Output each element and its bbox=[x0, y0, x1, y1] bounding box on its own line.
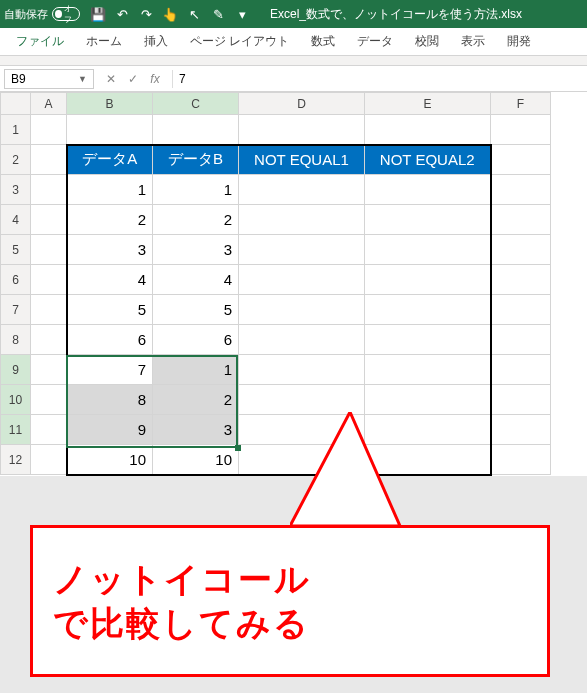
cell[interactable] bbox=[491, 295, 551, 325]
cell[interactable] bbox=[31, 145, 67, 175]
cell[interactable]: 10 bbox=[67, 445, 153, 475]
cell[interactable] bbox=[239, 265, 365, 295]
tab-formulas[interactable]: 数式 bbox=[303, 29, 343, 54]
undo-icon[interactable]: ↶ bbox=[114, 6, 130, 22]
header-not-equal-2[interactable]: NOT EQUAL2 bbox=[365, 145, 491, 175]
cell[interactable]: 6 bbox=[153, 325, 239, 355]
tab-view[interactable]: 表示 bbox=[453, 29, 493, 54]
cell[interactable]: 1 bbox=[67, 175, 153, 205]
cell[interactable] bbox=[239, 385, 365, 415]
formula-bar[interactable]: 7 bbox=[172, 70, 587, 88]
cell[interactable] bbox=[239, 175, 365, 205]
cell[interactable] bbox=[31, 415, 67, 445]
cell[interactable] bbox=[491, 205, 551, 235]
row-header[interactable]: 12 bbox=[1, 445, 31, 475]
cell[interactable] bbox=[365, 385, 491, 415]
cell-active[interactable]: 7 bbox=[67, 355, 153, 385]
cell[interactable] bbox=[31, 325, 67, 355]
row-header[interactable]: 8 bbox=[1, 325, 31, 355]
cell[interactable] bbox=[491, 175, 551, 205]
fx-icon[interactable]: fx bbox=[146, 72, 164, 86]
tab-home[interactable]: ホーム bbox=[78, 29, 130, 54]
cell[interactable] bbox=[491, 325, 551, 355]
cell[interactable] bbox=[31, 385, 67, 415]
cell[interactable]: 5 bbox=[67, 295, 153, 325]
cell[interactable] bbox=[491, 355, 551, 385]
touch-mode-icon[interactable]: 👆 bbox=[162, 6, 178, 22]
confirm-icon[interactable]: ✓ bbox=[124, 72, 142, 86]
cell[interactable]: 3 bbox=[67, 235, 153, 265]
row-header[interactable]: 11 bbox=[1, 415, 31, 445]
cell[interactable] bbox=[491, 265, 551, 295]
cell[interactable] bbox=[365, 205, 491, 235]
cell[interactable] bbox=[491, 445, 551, 475]
cursor-icon[interactable]: ↖ bbox=[186, 6, 202, 22]
cell[interactable] bbox=[491, 415, 551, 445]
cell[interactable] bbox=[239, 355, 365, 385]
cell[interactable] bbox=[31, 235, 67, 265]
cell[interactable] bbox=[239, 235, 365, 265]
col-header-E[interactable]: E bbox=[365, 93, 491, 115]
cell[interactable]: 2 bbox=[153, 385, 239, 415]
tab-page-layout[interactable]: ページ レイアウト bbox=[182, 29, 297, 54]
row-header[interactable]: 4 bbox=[1, 205, 31, 235]
cell[interactable] bbox=[365, 295, 491, 325]
col-header-D[interactable]: D bbox=[239, 93, 365, 115]
cell[interactable] bbox=[365, 235, 491, 265]
row-header[interactable]: 6 bbox=[1, 265, 31, 295]
cell[interactable]: 2 bbox=[153, 205, 239, 235]
col-header-B[interactable]: B bbox=[67, 93, 153, 115]
header-data-a[interactable]: データA bbox=[67, 145, 153, 175]
cell[interactable]: 10 bbox=[153, 445, 239, 475]
row-header[interactable]: 9 bbox=[1, 355, 31, 385]
cell[interactable] bbox=[491, 145, 551, 175]
col-header-A[interactable]: A bbox=[31, 93, 67, 115]
cancel-icon[interactable]: ✕ bbox=[102, 72, 120, 86]
cell[interactable] bbox=[31, 175, 67, 205]
name-box[interactable]: B9 ▼ bbox=[4, 69, 94, 89]
cell[interactable] bbox=[491, 385, 551, 415]
tab-developer[interactable]: 開発 bbox=[499, 29, 539, 54]
tab-data[interactable]: データ bbox=[349, 29, 401, 54]
fill-handle[interactable] bbox=[235, 445, 241, 451]
cell[interactable] bbox=[31, 265, 67, 295]
row-header[interactable]: 1 bbox=[1, 115, 31, 145]
cell[interactable]: 5 bbox=[153, 295, 239, 325]
cell[interactable] bbox=[153, 115, 239, 145]
cell[interactable]: 2 bbox=[67, 205, 153, 235]
row-header[interactable]: 5 bbox=[1, 235, 31, 265]
ink-icon[interactable]: ✎ bbox=[210, 6, 226, 22]
cell[interactable] bbox=[67, 115, 153, 145]
cell[interactable] bbox=[365, 115, 491, 145]
cell[interactable]: 4 bbox=[153, 265, 239, 295]
cell[interactable]: 8 bbox=[67, 385, 153, 415]
cell[interactable] bbox=[31, 295, 67, 325]
select-all-corner[interactable] bbox=[1, 93, 31, 115]
cell[interactable] bbox=[31, 445, 67, 475]
row-header[interactable]: 3 bbox=[1, 175, 31, 205]
cell[interactable] bbox=[31, 115, 67, 145]
cell[interactable] bbox=[365, 265, 491, 295]
cell[interactable] bbox=[491, 115, 551, 145]
cell[interactable] bbox=[491, 235, 551, 265]
chevron-down-icon[interactable]: ▼ bbox=[78, 74, 87, 84]
cell[interactable]: 1 bbox=[153, 355, 239, 385]
cell[interactable] bbox=[31, 205, 67, 235]
cell[interactable] bbox=[239, 295, 365, 325]
cell[interactable]: 4 bbox=[67, 265, 153, 295]
col-header-C[interactable]: C bbox=[153, 93, 239, 115]
cell[interactable] bbox=[365, 175, 491, 205]
cell[interactable]: 3 bbox=[153, 415, 239, 445]
cell[interactable] bbox=[239, 205, 365, 235]
autosave-state[interactable]: オフ bbox=[52, 7, 80, 21]
more-icon[interactable]: ▾ bbox=[234, 6, 250, 22]
row-header[interactable]: 10 bbox=[1, 385, 31, 415]
cell[interactable]: 6 bbox=[67, 325, 153, 355]
col-header-F[interactable]: F bbox=[491, 93, 551, 115]
cell[interactable] bbox=[239, 325, 365, 355]
cell[interactable] bbox=[239, 115, 365, 145]
save-icon[interactable]: 💾 bbox=[90, 6, 106, 22]
cell[interactable] bbox=[365, 325, 491, 355]
tab-file[interactable]: ファイル bbox=[8, 29, 72, 54]
cell[interactable]: 3 bbox=[153, 235, 239, 265]
